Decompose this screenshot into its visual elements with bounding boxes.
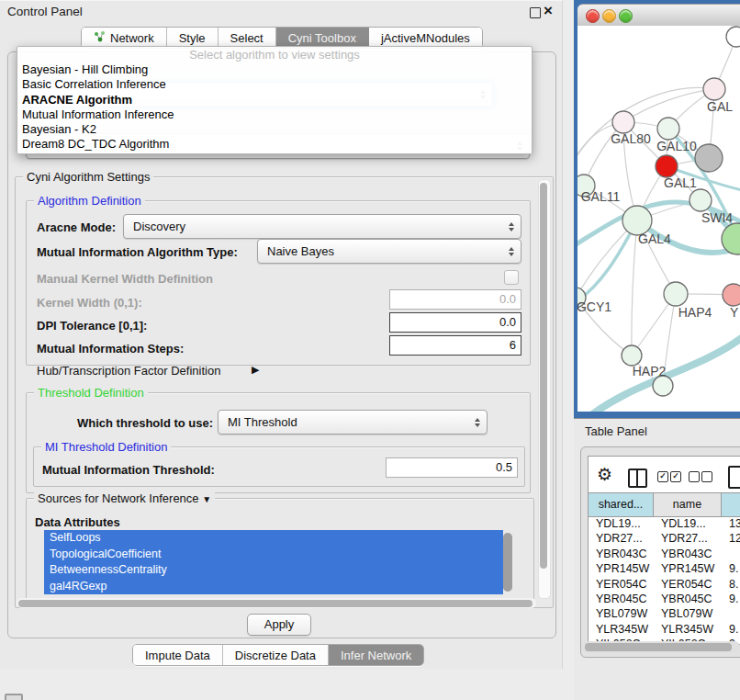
algorithm-option-aracne-algorithm[interactable]: ARACNE Algorithm xyxy=(17,93,532,107)
attribute-item-gal4rgexp[interactable]: gal4RGexp xyxy=(44,579,503,595)
expand-arrow-icon[interactable]: ▶ xyxy=(252,364,259,376)
network-node-partial-top[interactable] xyxy=(726,27,740,47)
close-icon[interactable]: × xyxy=(544,2,553,20)
zoom-traffic-light-icon[interactable] xyxy=(619,9,633,23)
node-label-swi4: SWI4 xyxy=(701,210,733,225)
which-threshold-select[interactable]: MI Threshold xyxy=(218,410,488,435)
network-node-salmon[interactable] xyxy=(723,284,740,306)
attribute-list-scrollbar[interactable] xyxy=(503,533,512,592)
manual-kernel-checkbox[interactable] xyxy=(504,270,519,285)
settings-hscrollbar[interactable] xyxy=(17,598,536,608)
hscroll-thumb[interactable] xyxy=(18,600,533,607)
network-edge xyxy=(632,220,637,356)
table-row[interactable]: YER054CYER054C8. xyxy=(589,577,740,592)
table-row[interactable]: YLR345WYLR345W9. xyxy=(589,622,740,637)
table-hscroll-thumb[interactable] xyxy=(585,643,732,651)
settings-vscrollbar[interactable] xyxy=(538,179,551,599)
tab-select[interactable]: Select xyxy=(219,28,276,48)
table-cell: YBL079W xyxy=(654,606,722,621)
algorithm-option-dream8-dc-tdc-algorithm[interactable]: Dream8 DC_TDC Algorithm xyxy=(17,137,532,152)
combo-spinner-icon xyxy=(509,247,514,256)
combo-value: MI Threshold xyxy=(219,415,475,429)
tab-infer-network[interactable]: Infer Network xyxy=(329,645,423,665)
columns-icon[interactable] xyxy=(628,469,647,488)
mi-steps-field[interactable]: 6 xyxy=(389,335,521,356)
tab-style[interactable]: Style xyxy=(167,28,219,48)
data-attributes-label: Data Attributes xyxy=(35,515,120,529)
dpi-tolerance-field[interactable]: 0.0 xyxy=(389,312,521,333)
table-row[interactable]: YDR27...YDR27...12 xyxy=(589,531,740,546)
table-cell: 9. xyxy=(722,592,740,606)
table-cell xyxy=(722,547,740,561)
table-cell: 13 xyxy=(722,516,740,531)
combo-value: Naive Bayes xyxy=(258,244,509,258)
network-node-hap2[interactable] xyxy=(622,345,642,366)
attribute-item-selfloops[interactable]: SelfLoops xyxy=(44,530,503,547)
network-node-hap4[interactable] xyxy=(664,282,688,306)
aracne-mode-label: Aracne Mode: xyxy=(37,220,116,234)
close-traffic-light-icon[interactable] xyxy=(586,9,600,23)
attribute-item-topologicalcoefficient[interactable]: TopologicalCoefficient xyxy=(44,547,503,563)
mi-type-label: Mutual Information Algorithm Type: xyxy=(37,245,238,259)
network-node-gray[interactable] xyxy=(695,144,723,172)
tab-discretize-data[interactable]: Discretize Data xyxy=(223,645,329,665)
collapse-arrow-icon[interactable]: ▼ xyxy=(202,494,211,504)
group-title: MI Threshold Definition xyxy=(41,440,171,454)
column-header-partial[interactable] xyxy=(722,493,740,516)
document-icon[interactable] xyxy=(728,466,740,489)
window-grip[interactable] xyxy=(5,694,23,700)
table-cell: YER054C xyxy=(589,577,654,592)
vscroll-thumb[interactable] xyxy=(540,183,547,569)
tab-label: jActiveMNodules xyxy=(381,31,470,45)
control-panel-window: Control Panel × NetworkStyleSelectCyni T… xyxy=(0,0,563,669)
table-cell: YBR043C xyxy=(654,547,722,561)
network-node-gal-top[interactable] xyxy=(703,78,725,100)
tab-network[interactable]: Network xyxy=(82,28,167,48)
network-node-gal1[interactable] xyxy=(656,155,678,177)
table-cell: 8. xyxy=(722,577,740,592)
checked-checkbox-icon[interactable]: ✓ xyxy=(657,471,668,482)
mi-threshold-field[interactable]: 0.5 xyxy=(386,457,518,478)
unchecked-checkbox-icon[interactable] xyxy=(701,471,712,482)
node-label-gal4: GAL4 xyxy=(638,231,671,246)
table-cell: YPR145W xyxy=(654,561,722,576)
table-row[interactable]: YBR043CYBR043C xyxy=(589,547,740,561)
kernel-width-field[interactable]: 0.0 xyxy=(389,289,521,310)
float-window-icon[interactable] xyxy=(530,7,541,18)
tab-label: Infer Network xyxy=(341,649,411,662)
tab-impute-data[interactable]: Impute Data xyxy=(133,645,223,665)
table-row[interactable]: YBR045CYBR045C9. xyxy=(589,592,740,606)
network-view-canvas[interactable]: GALGAL80GAL10GAL1GAL11SWI4GAL4GCY1HAP4YH… xyxy=(577,26,740,412)
unchecked-checkbox-icon[interactable] xyxy=(689,471,700,482)
mi-type-select[interactable]: Naive Bayes xyxy=(257,239,521,264)
attribute-item-betweennesscentrality[interactable]: BetweennessCentrality xyxy=(44,562,503,579)
algorithm-option-bayesian-hill-climbing[interactable]: Bayesian - Hill Climbing xyxy=(17,62,532,77)
network-node-gal80[interactable] xyxy=(612,111,634,133)
node-label-gcy1: GCY1 xyxy=(577,299,611,314)
table-cell: YBR043C xyxy=(589,547,654,561)
table-row[interactable]: YPR145WYPR145W9. xyxy=(589,561,740,576)
network-node-bottom[interactable] xyxy=(653,376,673,396)
combo-value: Discovery xyxy=(124,220,509,233)
network-node-swi4[interactable] xyxy=(690,189,712,211)
algorithm-option-bayesian-k2[interactable]: Bayesian - K2 xyxy=(17,122,532,137)
table-cell: 9. xyxy=(722,561,740,576)
checked-checkbox-icon[interactable]: ✓ xyxy=(670,471,681,482)
algorithm-option-mutual-information-inference[interactable]: Mutual Information Inference xyxy=(17,107,532,122)
column-header-name[interactable]: name xyxy=(654,493,722,516)
gear-icon[interactable]: ⚙ xyxy=(597,464,612,485)
network-window-titlebar[interactable] xyxy=(577,4,740,28)
table-row[interactable]: YBL079WYBL079W xyxy=(589,606,740,621)
table-row[interactable]: YDL19...YDL19...13 xyxy=(589,516,740,531)
apply-button[interactable]: Apply xyxy=(247,614,311,636)
network-edge xyxy=(577,220,637,306)
algorithm-option-basic-correlation-inference[interactable]: Basic Correlation Inference xyxy=(17,77,532,92)
tab-jactivemnodules[interactable]: jActiveMNodules xyxy=(369,28,482,48)
column-header-shared[interactable]: shared... xyxy=(589,493,654,516)
aracne-mode-select[interactable]: Discovery xyxy=(123,214,521,239)
network-node-gal10[interactable] xyxy=(657,118,679,140)
minimize-traffic-light-icon[interactable] xyxy=(602,9,616,23)
group-title: Algorithm Definition xyxy=(34,194,145,208)
control-panel-title: Control Panel xyxy=(7,5,83,18)
tab-cyni-toolbox[interactable]: Cyni Toolbox xyxy=(276,28,369,48)
